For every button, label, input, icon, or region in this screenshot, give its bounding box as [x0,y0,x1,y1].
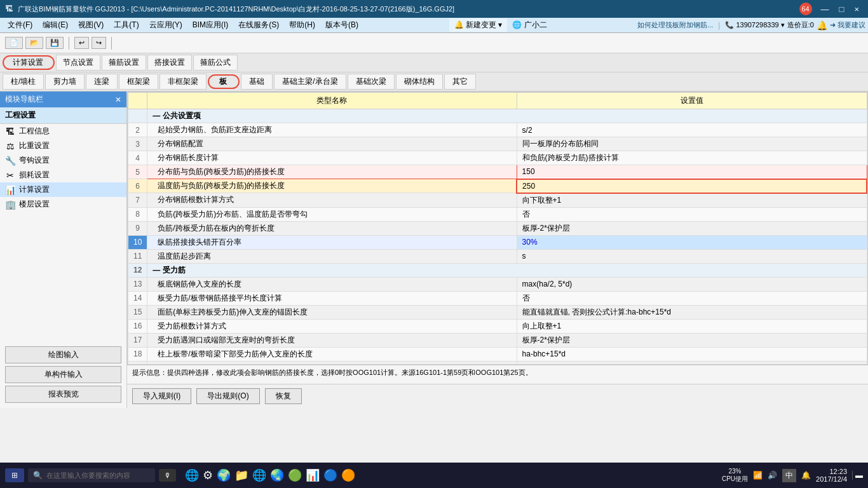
menu-file[interactable]: 文件(F) [3,18,37,32]
table-row[interactable]: 15 面筋(单标主跨板受力筋)伸入支座的锚固长度 能直锚就直锚, 否则按公式计算… [128,305,867,319]
guangxiao-btn[interactable]: 🌐 广小二 [507,18,552,32]
cell-value[interactable]: s [517,249,867,263]
table-row[interactable]: 10 纵筋搭接接头错开百分率 30% [128,235,867,249]
taskbar-search-input[interactable] [46,471,148,479]
taskbar-app-10[interactable]: 🟠 [341,468,355,482]
menu-bim[interactable]: BIM应用(I) [187,18,234,32]
volume-icon[interactable]: 🔊 [768,471,777,480]
tab-masonry[interactable]: 砌体结构 [396,74,443,90]
tab-column-wall[interactable]: 柱/墙柱 [3,74,44,90]
cell-value[interactable]: 否 [517,207,867,221]
tab-stirrup-formula[interactable]: 箍筋公式 [193,55,238,71]
close-btn[interactable]: × [850,3,863,15]
tab-splice-settings[interactable]: 搭接设置 [147,55,192,71]
open-btn[interactable]: 📂 [25,37,43,49]
table-row[interactable]: 12 —受力筋 [128,263,867,277]
tab-calc-settings[interactable]: 计算设置 [6,56,50,69]
cell-value[interactable]: 否 [517,291,867,305]
tab-shear-wall[interactable]: 剪力墙 [45,74,85,90]
menu-version[interactable]: 版本号(B) [320,18,363,32]
table-row[interactable]: 16 受力筋根数计算方式 向上取整+1 [128,319,867,333]
taskbar-app-8[interactable]: 📊 [306,468,320,482]
cell-value[interactable]: 能直锚就直锚, 否则按公式计算:ha-bhc+15*d [517,305,867,319]
undo-btn[interactable]: ↩ [74,37,89,49]
cell-value[interactable]: 和负筋(跨板受力筋)搭接计算 [517,151,867,165]
table-row[interactable]: 9 负筋/跨板受力筋在板内的弯折长度 板厚-2*保护层 [128,221,867,235]
menu-view[interactable]: 视图(V) [73,18,109,32]
cell-value[interactable]: 板厚-2*保护层 [517,221,867,235]
export-rules-btn[interactable]: 导出规则(O) [196,388,259,404]
table-row[interactable]: 18 柱上板带/板带暗梁下部受力筋伸入支座的长度 ha-bhc+15*d [128,347,867,361]
table-row[interactable]: 2 起始受力钢筋、负筋距支座边距离 s/2 [128,123,867,137]
taskbar-app-6[interactable]: 🌏 [270,468,284,482]
table-row[interactable]: 5 分布筋与负筋(跨板受力筋)的搭接长度 150 [128,165,867,179]
table-row[interactable]: 11 温度筋起步距离 s [128,249,867,263]
sidebar-item-project-info[interactable]: 🏗 工程信息 [0,124,126,139]
tab-plate[interactable]: 板 [212,75,234,88]
taskbar-app-3[interactable]: 🌍 [217,468,231,482]
taskbar-mic-icon[interactable]: 🎙 [159,469,176,482]
cell-value[interactable]: max(ha/2, 5*d) [517,277,867,291]
menu-cloud[interactable]: 云应用(Y) [144,18,187,32]
tab-beam-connected[interactable]: 连梁 [86,74,118,90]
notification-icon[interactable]: 🔔 [801,471,811,480]
menu-edit[interactable]: 编辑(E) [37,18,73,32]
cell-value[interactable]: ha-bhc+15*d [517,347,867,361]
report-preview-btn[interactable]: 报表预览 [5,386,121,403]
cell-value[interactable]: 同一板厚的分布筋相同 [517,137,867,151]
taskbar-app-9[interactable]: 🔵 [323,468,337,482]
new-change-btn[interactable]: 🔔 新建变更 ▾ [449,18,508,32]
tab-other[interactable]: 其它 [444,74,476,90]
taskbar-app-4[interactable]: 📁 [234,468,248,482]
tab-stirrup-settings[interactable]: 箍筋设置 [102,55,146,71]
taskbar-app-7[interactable]: 🟢 [288,468,302,482]
sidebar-item-hook[interactable]: 🔧 弯钩设置 [0,153,126,168]
phone-info[interactable]: 📞 13907298339 ▾ [725,21,784,29]
table-row[interactable]: —公共设置项 [128,109,867,123]
maximize-btn[interactable]: □ [836,3,848,15]
menu-online[interactable]: 在线服务(S) [233,18,284,32]
lang-indicator[interactable]: 中 [782,469,796,482]
table-row[interactable]: 4 分布钢筋长度计算 和负筋(跨板受力筋)搭接计算 [128,151,867,165]
sidebar-close-icon[interactable]: ✕ [115,95,121,104]
redo-btn[interactable]: ↪ [92,37,106,49]
tab-foundation[interactable]: 基础 [241,74,273,90]
cell-value[interactable]: 30% [517,235,867,249]
taskbar-app-1[interactable]: 🌐 [185,468,199,482]
table-row[interactable]: 3 分布钢筋配置 同一板厚的分布筋相同 [128,137,867,151]
feedback-btn[interactable]: ➜ 我要建议 [830,20,865,30]
menu-tools[interactable]: 工具(T) [109,18,144,32]
tab-frame-beam[interactable]: 框架梁 [119,74,158,90]
save-btn[interactable]: 💾 [46,37,64,49]
sidebar-item-weight[interactable]: ⚖ 比重设置 [0,139,126,153]
tab-node-settings[interactable]: 节点设置 [56,55,100,71]
import-rules-btn[interactable]: 导入规则(I) [132,388,191,404]
cell-value[interactable]: 250 [517,179,867,193]
table-row[interactable]: 7 分布钢筋根数计算方式 向下取整+1 [128,193,867,208]
restore-btn[interactable]: 恢复 [265,388,302,404]
table-row[interactable]: 14 板受力筋/板带钢筋搭接平均长度计算 否 [128,291,867,305]
taskbar-app-2[interactable]: ⚙ [203,468,213,482]
tab-non-frame-beam[interactable]: 非框架梁 [159,74,207,90]
show-desktop-btn[interactable]: ▬ [852,471,863,480]
cell-value[interactable]: 板厚-2*保护层 [517,333,867,347]
drawing-input-btn[interactable]: 绘图输入 [5,346,121,363]
table-row[interactable]: 8 负筋(跨板受力筋)分布筋、温度筋是否带弯勾 否 [128,207,867,221]
table-row[interactable]: 6 温度筋与负筋(跨板受力筋)的搭接长度 250 [128,179,867,193]
table-row[interactable]: 13 板底钢筋伸入支座的长度 max(ha/2, 5*d) [128,277,867,291]
table-row[interactable]: 17 受力筋遇洞口或端部无支座时的弯折长度 板厚-2*保护层 [128,333,867,347]
taskbar-search-bar[interactable]: 🔍 [28,468,155,482]
tab-foundation-secondary-beam[interactable]: 基础次梁 [348,74,395,90]
cell-value[interactable]: 150 [517,165,867,179]
bell-icon[interactable]: 🔔 [817,20,827,30]
cell-value[interactable]: 向上取整+1 [517,319,867,333]
tab-foundation-main-beam[interactable]: 基础主梁/承台梁 [274,74,346,90]
sidebar-item-loss[interactable]: ✂ 损耗设置 [0,168,126,182]
help-link[interactable]: 如何处理筏板附加钢筋... [637,20,713,30]
single-component-btn[interactable]: 单构件输入 [5,366,121,383]
sidebar-item-calc[interactable]: 📊 计算设置 [0,182,126,197]
sidebar-item-floor[interactable]: 🏢 楼层设置 [0,197,126,212]
new-btn[interactable]: 📄 [5,37,23,49]
cell-value[interactable]: 向下取整+1 [517,193,867,208]
menu-help[interactable]: 帮助(H) [284,18,320,32]
